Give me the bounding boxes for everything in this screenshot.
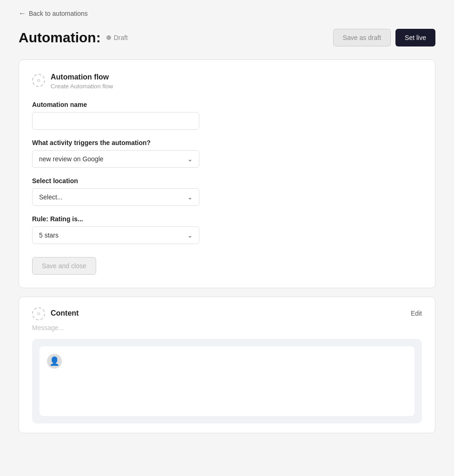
content-card-left: Content (32, 306, 79, 320)
trigger-select-wrapper: new review on Google new message new con… (32, 150, 199, 168)
page-container: ← Back to automations Automation: Draft … (0, 0, 454, 476)
card-title: Automation flow (51, 73, 113, 81)
draft-dot-icon (106, 35, 111, 40)
location-select-wrapper: Select... Location 1 Location 2 ⌄ (32, 188, 199, 206)
message-preview-inner: 👤 (39, 346, 415, 416)
header-buttons: Save as draft Set live (333, 29, 435, 46)
rule-select[interactable]: 5 stars 4 stars 3 stars 2 stars 1 star (32, 226, 199, 244)
save-draft-button[interactable]: Save as draft (333, 29, 391, 46)
location-label: Select location (32, 177, 422, 185)
page-header: Automation: Draft Save as draft Set live (19, 29, 435, 46)
back-link-label: Back to automations (29, 10, 88, 17)
rule-select-wrapper: 5 stars 4 stars 3 stars 2 stars 1 star ⌄ (32, 226, 199, 244)
content-flow-icon (32, 307, 45, 320)
card-title-group: Automation flow Create Automation flow (51, 73, 113, 90)
back-link[interactable]: ← Back to automations (19, 9, 435, 18)
message-preview-box: 👤 (32, 339, 422, 423)
content-card-title: Content (51, 309, 79, 317)
message-placeholder: Message... (32, 324, 422, 331)
back-arrow-icon: ← (19, 9, 26, 18)
trigger-label: What activity triggers the automation? (32, 139, 422, 146)
draft-badge: Draft (106, 34, 128, 41)
page-title: Automation: (19, 30, 101, 46)
flow-icon (32, 74, 45, 87)
draft-label: Draft (114, 34, 128, 41)
rule-group: Rule: Rating is... 5 stars 4 stars 3 sta… (32, 215, 422, 244)
set-live-button[interactable]: Set live (395, 29, 435, 46)
avatar-icon: 👤 (49, 356, 59, 366)
save-close-button[interactable]: Save and close (32, 257, 96, 275)
trigger-select[interactable]: new review on Google new message new con… (32, 150, 199, 168)
content-card: Content Edit Message... 👤 (19, 297, 435, 433)
location-select[interactable]: Select... Location 1 Location 2 (32, 188, 199, 206)
automation-name-input[interactable] (32, 112, 199, 130)
automation-flow-card: Automation flow Create Automation flow A… (19, 60, 435, 288)
trigger-group: What activity triggers the automation? n… (32, 139, 422, 168)
automation-name-label: Automation name (32, 101, 422, 108)
content-card-header: Content Edit (32, 306, 422, 320)
edit-link[interactable]: Edit (411, 310, 422, 317)
rule-label: Rule: Rating is... (32, 215, 422, 223)
automation-name-group: Automation name (32, 101, 422, 130)
location-group: Select location Select... Location 1 Loc… (32, 177, 422, 206)
card-subtitle: Create Automation flow (51, 83, 113, 90)
card-header: Automation flow Create Automation flow (32, 73, 422, 90)
avatar: 👤 (47, 354, 62, 369)
title-group: Automation: Draft (19, 30, 128, 46)
